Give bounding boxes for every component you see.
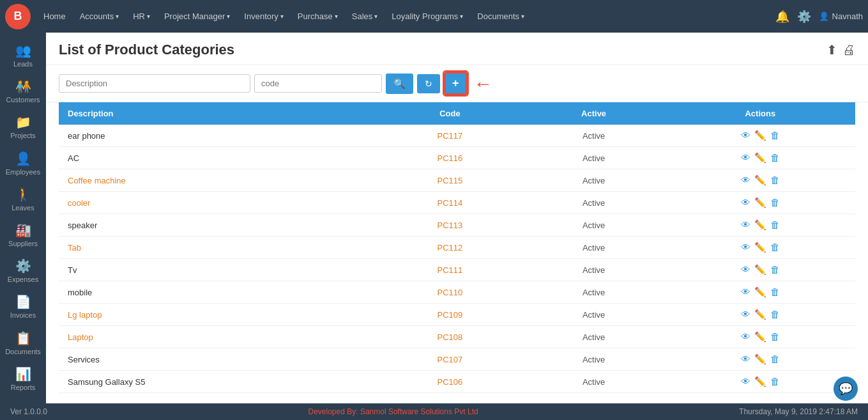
- sidebar-item-employees[interactable]: 👤 Employees: [0, 146, 46, 182]
- view-icon[interactable]: 👁: [741, 152, 750, 164]
- page-title: List of Product Categories: [59, 42, 234, 58]
- user-avatar-icon: 👤: [819, 12, 829, 21]
- row-actions: 👁 ✏️ 🗑: [666, 237, 855, 259]
- row-code: PC108: [377, 326, 522, 348]
- nav-documents[interactable]: Documents ▾: [471, 8, 531, 25]
- edit-icon[interactable]: ✏️: [754, 152, 766, 164]
- delete-icon[interactable]: 🗑: [770, 197, 780, 208]
- nav-home[interactable]: Home: [37, 8, 72, 25]
- row-description[interactable]: Coffee machine: [59, 169, 377, 192]
- user-menu[interactable]: 👤 Navnath: [819, 12, 863, 21]
- nav-inventory[interactable]: Inventory ▾: [238, 8, 289, 25]
- row-description[interactable]: cooler: [59, 192, 377, 214]
- sidebar-item-leads[interactable]: 👥 Leads: [0, 38, 46, 74]
- row-description[interactable]: Tab: [59, 237, 377, 259]
- description-input[interactable]: [59, 74, 250, 93]
- delete-icon[interactable]: 🗑: [770, 376, 780, 387]
- edit-icon[interactable]: ✏️: [754, 130, 766, 141]
- nav-loyality[interactable]: Loyality Programs ▾: [385, 8, 469, 25]
- nav-hr[interactable]: HR ▾: [126, 8, 156, 25]
- delete-icon[interactable]: 🗑: [770, 331, 780, 343]
- edit-icon[interactable]: ✏️: [754, 331, 766, 343]
- view-icon[interactable]: 👁: [741, 354, 750, 365]
- sidebar-item-leaves[interactable]: 🚶 Leaves: [0, 182, 46, 217]
- nav-purchase[interactable]: Purchase ▾: [291, 8, 344, 25]
- chat-bubble[interactable]: 💬: [834, 377, 858, 401]
- delete-icon[interactable]: 🗑: [770, 286, 780, 298]
- print-button[interactable]: 🖨: [842, 42, 855, 58]
- view-icon[interactable]: 👁: [741, 130, 750, 141]
- hr-arrow: ▾: [147, 13, 150, 20]
- row-active: Active: [522, 304, 666, 326]
- delete-icon[interactable]: 🗑: [770, 175, 780, 186]
- row-description[interactable]: Laptop: [59, 326, 377, 348]
- delete-icon[interactable]: 🗑: [770, 130, 780, 141]
- table-row: coolerPC114Active 👁 ✏️ 🗑: [59, 192, 855, 214]
- search-button[interactable]: 🔍: [386, 74, 413, 94]
- nav-sales[interactable]: Sales ▾: [346, 8, 385, 25]
- row-code: PC116: [377, 147, 522, 169]
- view-icon[interactable]: 👁: [741, 197, 750, 208]
- delete-icon[interactable]: 🗑: [770, 152, 780, 164]
- col-actions: Actions: [666, 102, 855, 125]
- row-active: Active: [522, 169, 666, 192]
- notification-icon[interactable]: 🔔: [775, 10, 789, 24]
- sidebar-item-reports[interactable]: 📊 Reports: [0, 361, 46, 397]
- view-icon[interactable]: 👁: [741, 286, 750, 298]
- sidebar-invoices-label: Invoices: [10, 311, 36, 320]
- edit-icon[interactable]: ✏️: [754, 219, 766, 231]
- edit-icon[interactable]: ✏️: [754, 175, 766, 186]
- nav-project-manager[interactable]: Project Manager ▾: [158, 8, 236, 25]
- footer: Ver 1.0.0.0 Developed By: Sanmol Softwar…: [0, 403, 868, 420]
- sidebar-item-documents[interactable]: 📋 Documents: [0, 325, 46, 361]
- edit-icon[interactable]: ✏️: [754, 309, 766, 320]
- view-icon[interactable]: 👁: [741, 264, 750, 276]
- view-icon[interactable]: 👁: [741, 309, 750, 320]
- add-button[interactable]: +: [444, 72, 468, 95]
- delete-icon[interactable]: 🗑: [770, 354, 780, 365]
- col-description: Description: [59, 102, 377, 125]
- view-icon[interactable]: 👁: [741, 242, 750, 253]
- nav-accounts[interactable]: Accounts ▾: [73, 8, 125, 25]
- edit-icon[interactable]: ✏️: [754, 197, 766, 208]
- view-icon[interactable]: 👁: [741, 219, 750, 231]
- code-input[interactable]: [254, 74, 382, 93]
- view-icon[interactable]: 👁: [741, 331, 750, 343]
- row-active: Active: [522, 214, 666, 237]
- col-active: Active: [522, 102, 666, 125]
- row-description[interactable]: Lg laptop: [59, 304, 377, 326]
- row-description: Tv: [59, 259, 377, 281]
- delete-icon[interactable]: 🗑: [770, 242, 780, 253]
- edit-icon[interactable]: ✏️: [754, 376, 766, 387]
- user-name: Navnath: [832, 12, 863, 21]
- row-code: PC107: [377, 348, 522, 371]
- view-icon[interactable]: 👁: [741, 376, 750, 387]
- delete-icon[interactable]: 🗑: [770, 264, 780, 276]
- row-description: speaker: [59, 214, 377, 237]
- row-active: Active: [522, 192, 666, 214]
- refresh-button[interactable]: ↻: [417, 74, 440, 93]
- sidebar-customers-label: Customers: [6, 96, 40, 104]
- developer-name: Sanmol Software Solutions Pvt Ltd: [360, 407, 478, 416]
- row-code: PC113: [377, 214, 522, 237]
- leads-icon: 👥: [15, 43, 31, 58]
- nav-items: Home Accounts ▾ HR ▾ Project Manager ▾ I…: [37, 8, 775, 25]
- delete-icon[interactable]: 🗑: [770, 219, 780, 231]
- delete-icon[interactable]: 🗑: [770, 309, 780, 320]
- table-row: TvPC111Active 👁 ✏️ 🗑: [59, 259, 855, 281]
- sidebar-item-expenses[interactable]: ⚙️ Expenses: [0, 253, 46, 289]
- settings-icon[interactable]: ⚙️: [797, 10, 811, 24]
- edit-icon[interactable]: ✏️: [754, 264, 766, 276]
- view-icon[interactable]: 👁: [741, 175, 750, 186]
- sidebar-item-customers[interactable]: 🧑‍🤝‍🧑 Customers: [0, 74, 46, 109]
- edit-icon[interactable]: ✏️: [754, 242, 766, 253]
- table-row: TabPC112Active 👁 ✏️ 🗑: [59, 237, 855, 259]
- sidebar-item-invoices[interactable]: 📄 Invoices: [0, 289, 46, 325]
- edit-icon[interactable]: ✏️: [754, 286, 766, 298]
- sidebar-expenses-label: Expenses: [8, 276, 38, 284]
- edit-icon[interactable]: ✏️: [754, 354, 766, 365]
- export-button[interactable]: ⬆: [826, 42, 837, 58]
- sidebar-item-projects[interactable]: 📁 Projects: [0, 109, 46, 145]
- sidebar-item-suppliers[interactable]: 🏭 Suppliers: [0, 217, 46, 253]
- row-active: Active: [522, 281, 666, 304]
